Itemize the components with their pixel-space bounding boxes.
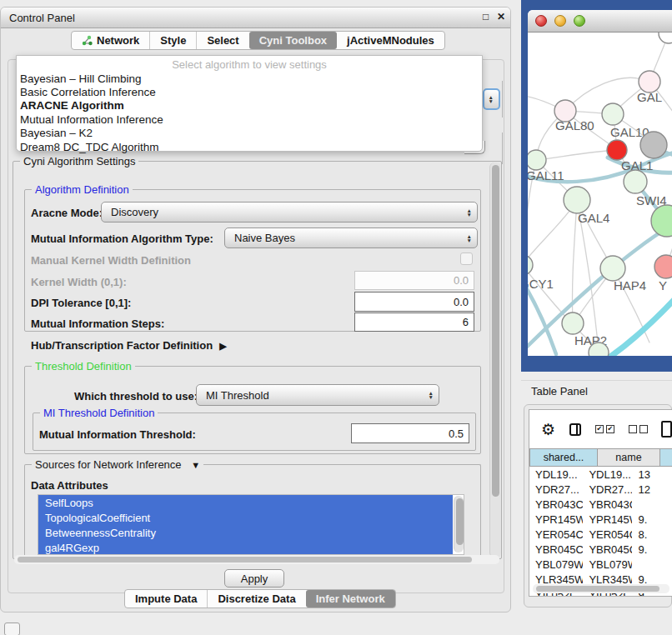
network-canvas[interactable]: GALGAL80GAL10GAL1GAL11SWI4GAL4GCY1HAP4YH… [528,32,672,356]
sources-title-text: Sources for Network Inference [35,458,182,471]
network-node[interactable] [659,32,672,43]
maximize-traffic-light-icon[interactable] [574,15,585,27]
algorithm-option-bayesian-hill-climbing[interactable]: Bayesian – Hill Climbing [20,72,479,85]
table-cell: YBR043C [583,498,632,511]
table-horizontal-scrollbar[interactable] [533,584,669,593]
table-row[interactable]: YBL079WYBL079W [529,557,672,572]
attribute-item-betweennesscentrality[interactable]: BetweennessCentrality [38,525,453,540]
network-edge[interactable] [528,266,571,322]
scrollbar-thumb[interactable] [18,557,472,562]
scrollbar-thumb[interactable] [492,165,499,497]
network-node-gal4[interactable] [564,187,590,213]
manual-kernel-checkbox[interactable] [460,252,473,265]
table-panel-region: Table Panel ⚙ ✔ ✔ shared...name [517,372,672,635]
document-icon[interactable] [661,421,672,438]
hub-expander-label: Hub/Transcription Factor Definition [31,339,213,352]
tab-cyni-toolbox[interactable]: Cyni Toolbox [249,32,337,49]
algorithm-option-bayesian-k2[interactable]: Bayesian – K2 [20,127,479,140]
network-window[interactable]: GALGAL80GAL10GAL1GAL11SWI4GAL4GCY1HAP4YH… [528,10,672,356]
table-cell: YDL19... [529,468,583,481]
mi-type-combo[interactable]: Naive Bayes ▲▼ [224,228,478,248]
control-panel-titlebar[interactable]: Control Panel □ ✕ [1,8,510,28]
minimize-traffic-light-icon[interactable] [554,15,566,27]
attributes-scrollbar[interactable] [454,496,464,552]
table-row[interactable]: YBR045CYBR045C9. [529,542,672,557]
minimized-panel-button[interactable] [4,622,20,635]
network-node-gcy1[interactable] [528,255,533,275]
table-panel-window: ⚙ ✔ ✔ shared...name YDL19...YDL19...13YD… [524,404,672,608]
algorithm-option-dream8-dc-tdc-algorithm[interactable]: Dream8 DC_TDC Algorithm [20,140,479,153]
network-node-gal11[interactable] [528,150,546,170]
attribute-item-gal4rgexp[interactable]: gal4RGexp [38,540,453,555]
algorithm-option-mutual-information-inference[interactable]: Mutual Information Inference [20,112,479,126]
network-edge[interactable] [604,298,672,356]
table-row[interactable]: YPR145WYPR145W9. [529,512,672,527]
unselect-all-columns-icon[interactable] [629,425,648,433]
network-node-swi4[interactable] [624,170,647,193]
tab-select[interactable]: Select [196,32,248,49]
network-graph: GALGAL80GAL10GAL1GAL11SWI4GAL4GCY1HAP4YH… [528,32,672,356]
unchecked-box-icon [629,425,637,433]
table-cell: YPR145W [529,513,583,526]
which-threshold-combo[interactable]: MI Threshold ▲▼ [196,384,439,406]
mi-threshold-field[interactable]: 0.5 [351,423,469,443]
expander-down-icon[interactable]: ▼ [191,460,200,470]
settings-horizontal-scrollbar[interactable] [14,555,499,564]
mi-steps-value: 6 [463,316,469,328]
combo-arrows-icon: ▲▼ [467,208,472,217]
network-node-gal10[interactable] [602,103,624,125]
table-panel-content: ⚙ ✔ ✔ shared...name YDL19...YDL19...13YD… [529,409,672,597]
network-window-titlebar[interactable] [528,10,672,32]
tab-style[interactable]: Style [149,32,196,49]
dpi-tolerance-field[interactable]: 0.0 [354,292,474,312]
table-cell: YBR045C [529,543,583,556]
select-all-columns-icon[interactable]: ✔ ✔ [595,425,614,433]
attribute-item-topologicalcoefficient[interactable]: TopologicalCoefficient [38,510,453,525]
bottom-tabbar: Impute DataDiscretize DataInfer Network [124,589,396,608]
scrollbar-thumb[interactable] [456,498,464,545]
gear-icon[interactable]: ⚙ [541,420,555,439]
close-traffic-light-icon[interactable] [535,15,547,27]
checked-box-icon: ✔ [606,425,614,433]
node-label-gcy1: GCY1 [528,277,554,291]
table-cell: YDR27... [529,483,583,496]
kernel-width-field[interactable]: 0.0 [354,271,474,290]
focused-combo-arrow-button[interactable]: ▲▼ [483,88,500,110]
network-node[interactable] [651,205,672,237]
apply-button[interactable]: Apply [224,569,284,588]
network-node-y[interactable] [654,255,672,278]
column-header-name[interactable]: name [598,448,660,467]
column-header-2[interactable] [660,448,672,467]
columns-icon[interactable] [569,423,581,436]
bottom-tab-infer-network[interactable]: Infer Network [306,590,395,608]
hub-expander[interactable]: Hub/Transcription Factor Definition▶ [31,339,227,352]
aracne-mode-combo[interactable]: Discovery ▲▼ [101,202,478,222]
network-node-hap2[interactable] [562,312,584,334]
column-header-shared[interactable]: shared... [529,448,598,467]
bottom-tab-label: Impute Data [135,592,197,605]
table-row[interactable]: YDL19...YDL19...13 [529,467,672,482]
network-edge[interactable] [536,150,616,160]
manual-kernel-label: Manual Kernel Width Definition [31,254,191,267]
tab-label: Network [97,34,139,47]
bottom-tab-impute-data[interactable]: Impute Data [125,590,207,608]
algorithm-option-basic-correlation-inference[interactable]: Basic Correlation Inference [20,85,479,98]
float-icon[interactable]: □ [483,11,489,22]
mi-steps-field[interactable]: 6 [354,312,474,332]
table-row[interactable]: YDR27...YDR27...12 [529,482,672,497]
bottom-tab-discretize-data[interactable]: Discretize Data [207,590,305,608]
attribute-item-selfloops[interactable]: SelfLoops [38,495,453,510]
settings-vertical-scrollbar[interactable] [489,162,501,558]
network-node-gal1[interactable] [607,140,627,160]
table-row[interactable]: YBR043CYBR043C [529,497,672,512]
kernel-width-label: Kernel Width (0,1): [31,276,127,288]
data-attributes-list[interactable]: SelfLoopsTopologicalCoefficientBetweenne… [38,494,464,555]
network-node-hap4[interactable] [600,256,625,281]
tab-network[interactable]: Network [72,32,149,49]
network-node[interactable] [640,132,667,158]
tab-jactivemnodules[interactable]: jActiveMNodules [337,32,444,49]
scrollbar-thumb[interactable] [536,586,659,592]
table-row[interactable]: YER054CYER054C8. [529,527,672,542]
close-icon[interactable]: ✕ [497,11,505,22]
algorithm-option-aracne-algorithm[interactable]: ARACNE Algorithm [20,99,479,112]
